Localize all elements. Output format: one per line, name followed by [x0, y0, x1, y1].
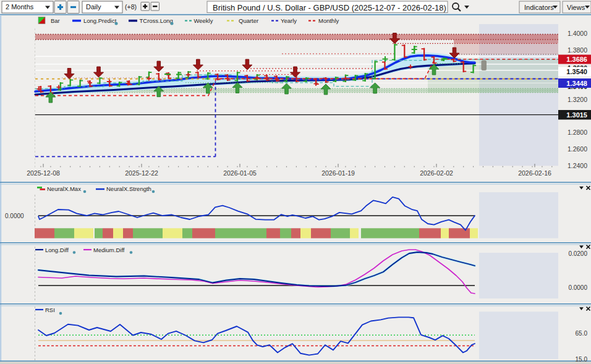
svg-text:Views: Views [567, 4, 585, 11]
svg-text:2026-02-02: 2026-02-02 [420, 169, 453, 177]
svg-text:Indicators: Indicators [524, 4, 554, 11]
svg-text:2026-02-16: 2026-02-16 [518, 169, 551, 177]
svg-text:Medium.Diff: Medium.Diff [93, 247, 125, 253]
svg-text:1.3015: 1.3015 [566, 111, 587, 119]
svg-text:(+8): (+8) [125, 3, 137, 11]
svg-text:RSI: RSI [45, 307, 55, 313]
svg-text:1.3800: 1.3800 [568, 46, 587, 54]
svg-text:Long.Diff: Long.Diff [45, 247, 69, 253]
svg-text:1.2800: 1.2800 [568, 129, 587, 136]
svg-text:NeuralX.Strength: NeuralX.Strength [106, 185, 151, 192]
svg-text:2 Months: 2 Months [6, 3, 34, 11]
svg-text:TCross.Long: TCross.Long [140, 17, 173, 24]
svg-text:Daily: Daily [86, 3, 101, 11]
svg-text:Bar: Bar [51, 17, 60, 24]
svg-text:Quarter: Quarter [239, 17, 258, 24]
svg-text:0.0200: 0.0200 [568, 250, 587, 257]
svg-text:2025-12-22: 2025-12-22 [125, 169, 158, 177]
svg-text:Monthly: Monthly [318, 17, 339, 24]
svg-text:Weekly: Weekly [194, 17, 213, 24]
svg-text:1.2400: 1.2400 [568, 162, 587, 169]
svg-text:1.3448: 1.3448 [566, 80, 587, 87]
svg-text:65.0: 65.0 [576, 330, 588, 337]
svg-text:2025-12-08: 2025-12-08 [27, 169, 60, 177]
svg-text:1.4000: 1.4000 [568, 30, 587, 37]
svg-text:2026-01-19: 2026-01-19 [321, 169, 355, 177]
svg-text:Yearly: Yearly [281, 17, 297, 24]
svg-text:1.3540: 1.3540 [566, 68, 587, 75]
svg-text:Long.Predict: Long.Predict [83, 17, 117, 24]
svg-text:0.0000: 0.0000 [5, 213, 24, 219]
svg-text:British Pound / U.S. Dollar -: British Pound / U.S. Dollar - GBP/USD (2… [213, 3, 446, 12]
svg-text:1.3200: 1.3200 [568, 96, 587, 103]
svg-text:1.3686: 1.3686 [566, 56, 587, 63]
svg-text:1.2600: 1.2600 [568, 145, 587, 153]
svg-text:0.0000: 0.0000 [568, 284, 587, 291]
svg-text:15.0: 15.0 [576, 356, 588, 363]
svg-text:NeuralX.Max: NeuralX.Max [47, 185, 81, 192]
svg-text:2026-01-05: 2026-01-05 [223, 169, 257, 177]
